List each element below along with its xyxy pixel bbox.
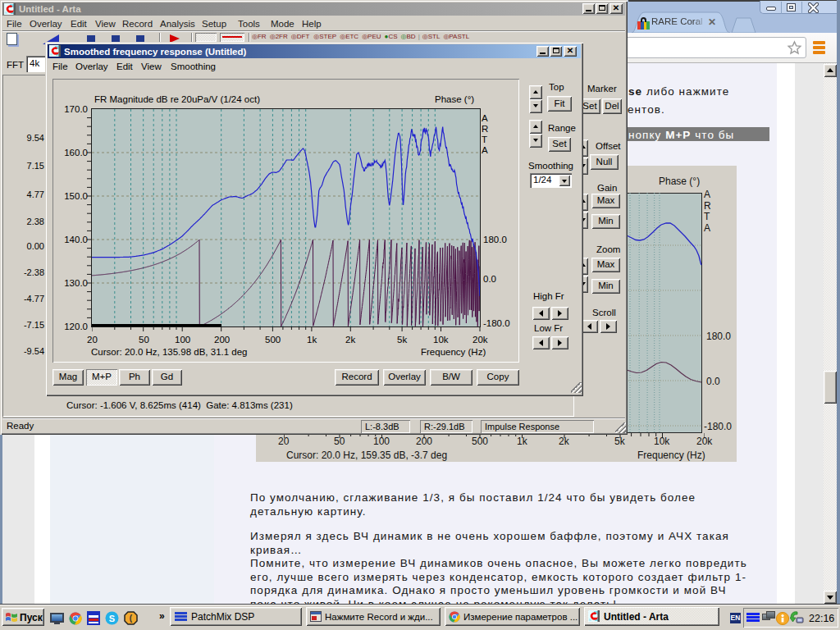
svg-text:S: S — [109, 614, 115, 623]
